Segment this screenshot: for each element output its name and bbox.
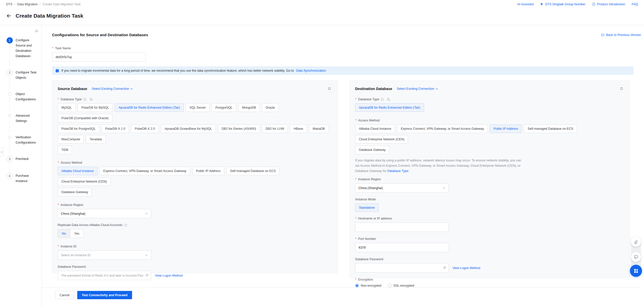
instance-mode-label: Instance Mode	[355, 198, 376, 201]
source-instance-region-select[interactable]: China (Shanghai)	[58, 209, 151, 218]
breadcrumb-data-migration[interactable]: Data Migration	[17, 3, 37, 6]
help-icon[interactable]	[124, 224, 127, 227]
db-type-chip[interactable]: PolarDB for PostgreSQL	[58, 124, 99, 133]
port-input[interactable]	[355, 243, 449, 252]
task-name-input[interactable]	[52, 52, 146, 62]
access-method-chip[interactable]: Self-managed Database on ECS	[524, 124, 577, 133]
faq-link[interactable]: FAQ	[632, 3, 638, 6]
access-method-chip[interactable]: Express Connect, VPN Gateway, or Smart A…	[100, 167, 190, 175]
breadcrumb-separator: /	[40, 3, 41, 6]
source-view-logon-method-link[interactable]: View Logon Method	[155, 274, 183, 277]
source-instance-id-field: * Instance ID Select an instance ID	[58, 245, 332, 260]
encryption-radio[interactable]: SSL-encrypted	[388, 284, 414, 287]
access-method-chip[interactable]: Cloud Enterprise Network (CEN)	[355, 135, 408, 144]
instance-mode-chip[interactable]: Standalone	[355, 203, 379, 212]
db-type-chip[interactable]: MySQL	[58, 103, 76, 112]
db-type-chip[interactable]: DB2 for iSeries (AS/400)	[218, 124, 260, 133]
breadcrumb-current: Create Data Migration Task	[43, 3, 80, 6]
db-type-chip[interactable]: ApsaraDB for Redis Enhanced Edition (Tai…	[115, 103, 184, 112]
search-icon[interactable]	[90, 98, 93, 101]
access-method-chip[interactable]: Alibaba Cloud Instance	[58, 167, 98, 175]
db-type-chip[interactable]: MongoDB	[238, 103, 260, 112]
destination-db-type-label: Database Type	[358, 98, 379, 101]
database-type-link[interactable]: Database Type.	[387, 169, 409, 173]
required-mark: *	[58, 161, 59, 164]
expand-panel-handle[interactable]	[0, 148, 4, 156]
access-method-chip[interactable]: Public IP Address	[490, 124, 522, 133]
access-method-chip[interactable]: Express Connect, VPN Gateway, or Smart A…	[397, 124, 488, 133]
test-connectivity-button[interactable]: Test Connectivity and Proceed	[77, 291, 132, 299]
access-method-chip[interactable]: Cloud Enterprise Network (CEN)	[58, 177, 111, 186]
step-item[interactable]: 3 Precheck	[6, 156, 42, 173]
breadcrumb-dts[interactable]: DTS	[6, 3, 12, 6]
source-password-input[interactable]	[58, 271, 151, 280]
step-label: Advanced Settings	[16, 113, 39, 124]
destination-password-input[interactable]	[355, 263, 449, 273]
cancel-button[interactable]: Cancel	[55, 291, 74, 299]
source-database-panel: Source Database Select Existing Connecti…	[52, 80, 338, 273]
db-type-chip[interactable]: PolarDB-X 2.0	[131, 124, 159, 133]
ai-assistant-link[interactable]: AI Assistant	[517, 3, 534, 6]
toggle-option[interactable]: No	[58, 229, 70, 238]
step-marker: 1	[6, 38, 13, 59]
data-synchronization-link[interactable]: Data Synchronization	[296, 69, 326, 72]
support-chat-icon[interactable]	[631, 252, 641, 262]
encryption-radio[interactable]: Non-encrypted	[355, 284, 381, 287]
back-arrow-icon[interactable]	[6, 13, 12, 19]
breadcrumb-separator: /	[14, 3, 15, 6]
eye-slash-icon[interactable]	[145, 273, 149, 278]
db-type-chip[interactable]: HBase	[290, 124, 307, 133]
access-method-chip[interactable]: Alibaba Cloud Instance	[355, 124, 395, 133]
access-method-chip[interactable]: Database Gateway	[355, 146, 389, 154]
db-type-chip[interactable]: Oracle	[262, 103, 279, 112]
hostname-input[interactable]	[355, 223, 449, 232]
db-type-chip[interactable]: ApsaraDB OceanBase for MySQL	[161, 124, 216, 133]
source-existing-connection-label: Select Existing Connection	[92, 87, 129, 91]
required-mark: *	[355, 237, 356, 241]
destination-access-row-1: Alibaba Cloud InstanceExpress Connect, V…	[355, 124, 624, 144]
step-marker: 2	[6, 70, 13, 80]
db-type-chip[interactable]: PolarDB (Compatible with Oracle)	[58, 114, 112, 122]
db-type-chip[interactable]: TiDB	[58, 146, 72, 154]
step-item[interactable]: 2 Configure Task Objects	[6, 70, 42, 92]
source-select-existing-connection[interactable]: Select Existing Connection	[92, 87, 133, 91]
db-type-chip[interactable]: PostgreSQL	[212, 103, 236, 112]
step-item[interactable]: Advanced Settings	[6, 113, 42, 135]
dingtalk-group-link[interactable]: DTS Dingtalk Group Number	[540, 3, 585, 6]
help-icon[interactable]	[83, 98, 87, 101]
step-item[interactable]: Verification Configurations	[6, 135, 42, 156]
eye-slash-icon[interactable]	[443, 266, 447, 270]
feedback-pencil-icon[interactable]	[631, 237, 641, 247]
search-icon[interactable]	[387, 98, 390, 101]
access-method-chip[interactable]: Database Gateway	[58, 188, 92, 196]
replicate-accounts-field: Replicate Data Across Alibaba Cloud Acco…	[58, 223, 332, 238]
back-to-previous-version-label: Back to Previous Version	[606, 33, 641, 37]
access-method-chip[interactable]: Self-managed Database on ECS	[226, 167, 279, 175]
help-icon[interactable]	[381, 98, 384, 101]
quick-apps-grid-icon[interactable]	[630, 265, 642, 277]
product-introduction-link[interactable]: Product Introduction	[592, 3, 625, 6]
destination-select-existing-connection[interactable]: Select Existing Connection	[397, 87, 438, 91]
source-instance-id-select[interactable]: Select an instance ID	[58, 250, 151, 260]
save-connection-template-icon[interactable]	[618, 85, 625, 92]
destination-instance-region-select[interactable]: China (Shanghai)	[355, 183, 449, 193]
db-type-chip[interactable]: MaxCompute	[58, 135, 84, 144]
collapse-steps-icon[interactable]	[35, 29, 38, 34]
toggle-option[interactable]: Yes	[70, 229, 83, 238]
db-type-chip[interactable]: PolarDB-X 1.0	[101, 124, 129, 133]
step-item[interactable]: 4 Purchase Instance	[6, 173, 42, 195]
save-connection-template-icon[interactable]	[326, 85, 333, 92]
db-type-chip[interactable]: SQL Server	[186, 103, 210, 112]
back-to-previous-version-link[interactable]: Back to Previous Version	[601, 33, 641, 37]
source-access-row-2: Database Gateway	[58, 188, 332, 196]
destination-view-logon-method-link[interactable]: View Logon Method	[453, 266, 480, 270]
access-method-chip[interactable]: Public IP Address	[192, 167, 224, 175]
db-type-chip[interactable]: Teradata	[86, 135, 106, 144]
db-type-chip[interactable]: PolarDB for MySQL	[78, 103, 113, 112]
step-marker	[6, 113, 13, 124]
db-type-chip[interactable]: DB2 for LUW	[262, 124, 288, 133]
db-type-chip[interactable]: MariaDB	[309, 124, 329, 133]
step-item[interactable]: Object Configurations	[6, 92, 42, 113]
db-type-chip[interactable]: ApsaraDB for Redis Enhanced Edition (Tai…	[355, 103, 424, 112]
step-item[interactable]: 1 Configure Source and Destination Datab…	[6, 38, 42, 70]
